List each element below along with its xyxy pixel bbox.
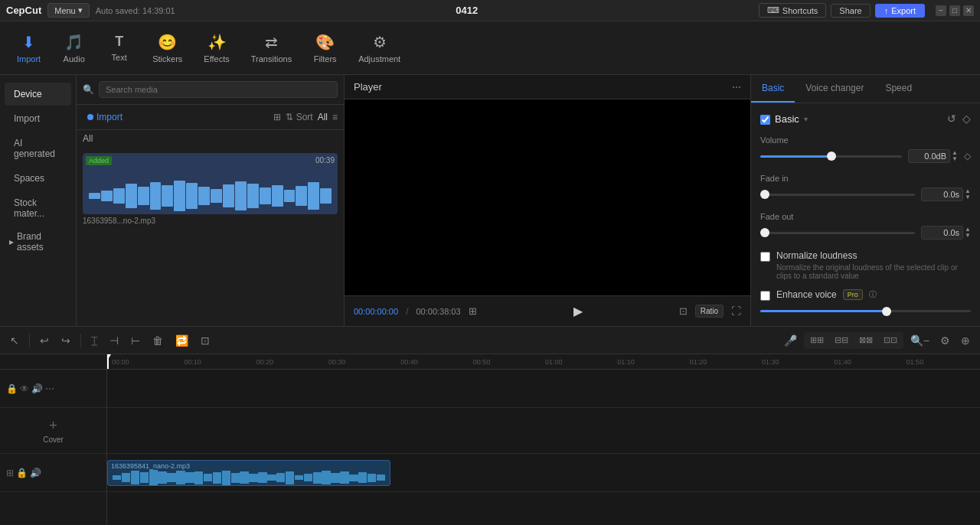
toolbar-audio[interactable]: 🎵 Audio	[53, 27, 95, 70]
redo-button[interactable]: ↪	[57, 332, 74, 349]
track-lock-button[interactable]: 🔒	[6, 383, 18, 394]
enhance-slider-fill	[760, 310, 887, 312]
cover-add-button[interactable]: +	[49, 418, 57, 434]
grid-view-button[interactable]: ⊞	[273, 112, 281, 122]
sidebar-item-stock[interactable]: Stock mater...	[5, 191, 71, 225]
filter-button[interactable]: ≡	[332, 112, 338, 122]
enhance-voice-row: Enhance voice Pro ⓘ	[760, 289, 971, 301]
fade-in-value-input[interactable]	[921, 188, 963, 201]
aspect-ratio-icon[interactable]: ⊡	[679, 305, 688, 317]
maximize-button[interactable]: □	[949, 5, 960, 16]
fade-out-slider-track[interactable]	[760, 232, 915, 234]
playhead[interactable]	[107, 354, 109, 369]
snap-btn-2[interactable]: ⊟⊟	[830, 334, 853, 347]
sidebar-item-spaces[interactable]: Spaces	[5, 167, 71, 190]
time-current: 00:00:00:00	[354, 307, 398, 316]
volume-value-input[interactable]	[908, 149, 950, 163]
split-button[interactable]: ⌶	[87, 332, 101, 349]
sidebar-item-import[interactable]: Import	[5, 107, 71, 130]
media-item[interactable]: Added 00:39	[83, 153, 338, 227]
fade-out-value-input[interactable]	[921, 226, 963, 240]
play-button[interactable]: ▶	[573, 304, 583, 318]
basic-checkbox[interactable]	[760, 115, 770, 125]
toolbar-import[interactable]: ⬇ Import	[8, 27, 50, 70]
shortcuts-button[interactable]: ⌨ Shortcuts	[759, 3, 826, 18]
crop-button[interactable]: ⊡	[197, 332, 214, 349]
volume-spin-down[interactable]: ▼	[952, 156, 958, 162]
track2-audio[interactable]: 🔊	[30, 468, 41, 478]
player-menu-button[interactable]: ⋯	[732, 82, 741, 93]
track-visibility-button[interactable]: 👁	[20, 383, 29, 394]
select-tool-button[interactable]: ↖	[6, 332, 23, 349]
sidebar-brand-assets[interactable]: ▸ Brand assets	[0, 227, 76, 257]
top-bar-left: CepCut Menu ▾ Auto saved: 14:39:01	[6, 3, 175, 18]
fade-in-slider-track[interactable]	[760, 194, 915, 196]
tab-speed[interactable]: Speed	[874, 75, 923, 103]
close-button[interactable]: ✕	[963, 5, 974, 16]
trim-right-button[interactable]: ⊢	[127, 332, 144, 349]
mic-button[interactable]: 🎤	[780, 332, 801, 349]
snap-btn-4[interactable]: ⊡⊡	[879, 334, 902, 347]
normalize-label: Normalize loudness	[776, 250, 971, 261]
ruler-mark-5: 00:50	[472, 358, 544, 366]
sidebar-item-device[interactable]: Device	[5, 83, 71, 106]
add-track-button[interactable]: ⊕	[957, 332, 974, 349]
zoom-out-button[interactable]: 🔍−	[906, 332, 933, 349]
track2-icon1[interactable]: ⊞	[6, 468, 14, 478]
toolbar-stickers[interactable]: 😊 Stickers	[143, 27, 191, 70]
share-button[interactable]: Share	[831, 4, 870, 18]
snap-btn-1[interactable]: ⊞⊞	[805, 334, 828, 347]
sort-button[interactable]: ⇅ Sort	[286, 112, 312, 122]
enhance-label: Enhance voice	[776, 289, 837, 300]
media-grid: Added 00:39	[77, 147, 344, 326]
diamond-button[interactable]: ◇	[962, 112, 971, 125]
audio-clip[interactable]: 1636395841_nano-2.mp3	[107, 460, 390, 486]
fade-out-slider-thumb[interactable]	[760, 228, 769, 237]
toolbar-text[interactable]: T Text	[98, 28, 140, 68]
tab-voice-changer[interactable]: Voice changer	[795, 75, 874, 103]
import-media-button[interactable]: Import	[83, 109, 127, 125]
export-button[interactable]: ↑ Export	[875, 4, 925, 18]
basic-actions: ↺ ◇	[947, 112, 971, 125]
grid-view-player-button[interactable]: ⊞	[469, 305, 477, 317]
trim-left-button[interactable]: ⊣	[106, 332, 122, 349]
all-filter-button[interactable]: All	[318, 112, 328, 122]
sidebar-item-ai[interactable]: AI generated	[5, 132, 71, 165]
undo-button[interactable]: ↩	[36, 332, 53, 349]
toolbar-filters[interactable]: 🎨 Filters	[304, 27, 346, 70]
menu-button[interactable]: Menu ▾	[47, 3, 90, 18]
reset-button[interactable]: ↺	[947, 112, 956, 125]
top-bar: CepCut Menu ▾ Auto saved: 14:39:01 0412 …	[0, 0, 980, 21]
ruler-mark-9: 01:30	[760, 358, 832, 366]
fade-out-spin-down[interactable]: ▼	[965, 233, 971, 239]
fade-in-slider-thumb[interactable]	[760, 190, 769, 199]
volume-slider-track[interactable]	[760, 155, 902, 158]
player-header: Player ⋯	[345, 75, 750, 99]
basic-title: Basic ▾	[760, 113, 808, 125]
volume-keyframe-button[interactable]: ◇	[964, 151, 971, 161]
fullscreen-button[interactable]: ⛶	[731, 305, 741, 317]
minimize-button[interactable]: −	[936, 5, 946, 16]
snap-btn-3[interactable]: ⊠⊠	[854, 334, 877, 347]
normalize-checkbox[interactable]	[760, 252, 770, 262]
enhance-info-button[interactable]: ⓘ	[869, 289, 877, 300]
loop-button[interactable]: 🔁	[172, 332, 192, 349]
enhance-slider-thumb[interactable]	[882, 307, 891, 316]
ratio-button[interactable]: Ratio	[695, 305, 724, 318]
fade-in-spin-down[interactable]: ▼	[965, 194, 971, 201]
search-input[interactable]	[99, 81, 338, 98]
volume-slider-thumb[interactable]	[827, 152, 836, 161]
track2-lock[interactable]: 🔒	[16, 468, 28, 478]
track-mute-button[interactable]: 🔊	[31, 383, 43, 394]
delete-button[interactable]: 🗑	[149, 332, 167, 349]
tab-basic[interactable]: Basic	[751, 75, 795, 103]
toolbar-adjustment[interactable]: ⚙ Adjustment	[349, 27, 410, 70]
toolbar-effects[interactable]: ✨ Effects	[194, 27, 238, 70]
toolbar-transitions[interactable]: ⇄ Transitions	[242, 27, 301, 70]
enhance-checkbox[interactable]	[760, 291, 770, 301]
track-more-button[interactable]: ⋯	[45, 383, 54, 394]
enhance-slider-track[interactable]	[760, 310, 971, 312]
cover-track: + Cover	[0, 408, 106, 454]
timeline-settings-button[interactable]: ⚙	[936, 332, 954, 349]
media-duration: 00:39	[315, 156, 335, 165]
